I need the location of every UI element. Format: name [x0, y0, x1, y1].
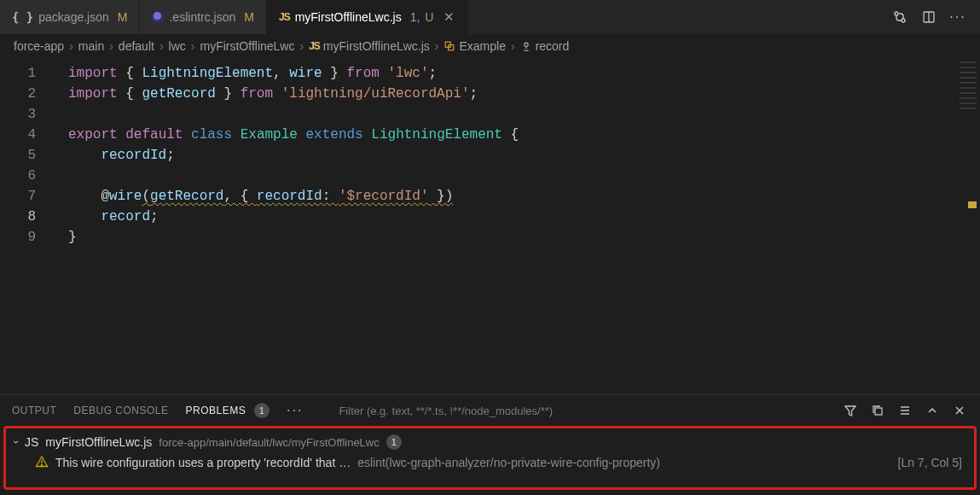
- svg-point-14: [41, 464, 42, 465]
- tab-label: package.json: [38, 10, 109, 24]
- close-icon[interactable]: ✕: [444, 9, 455, 25]
- problem-location: [Ln 7, Col 5]: [898, 456, 966, 469]
- class-icon: [444, 40, 455, 52]
- tab-status: M: [244, 10, 254, 24]
- js-icon: JS: [279, 11, 290, 23]
- problems-count-badge: 1: [254, 403, 270, 418]
- code-line[interactable]: recordId;: [68, 145, 980, 166]
- panel-actions: [842, 402, 968, 419]
- line-number: 7: [0, 186, 36, 207]
- chevron-down-icon[interactable]: ›: [10, 440, 22, 444]
- line-number-gutter: 123456789: [0, 58, 51, 394]
- code-line[interactable]: [68, 166, 980, 186]
- eslint-icon: [152, 11, 164, 23]
- svg-point-1: [902, 19, 905, 22]
- breadcrumb-symbol-field[interactable]: record: [520, 39, 570, 53]
- js-icon: JS: [309, 40, 320, 52]
- breadcrumb-segment[interactable]: myFirstOfflineLwc: [200, 39, 294, 53]
- code-line[interactable]: record;: [68, 207, 980, 227]
- line-number: 8: [0, 207, 36, 227]
- code-line[interactable]: @wire(getRecord, { recordId: '$recordId'…: [68, 186, 980, 207]
- problems-file-path: force-app/main/default/lwc/myFirstOfflin…: [159, 436, 379, 449]
- problems-body: › JS myFirstOfflineLwc.js force-app/main…: [3, 426, 977, 490]
- problem-source: eslint(lwc-graph-analyzer/no-private-wir…: [357, 456, 660, 469]
- breadcrumb-segment[interactable]: lwc: [169, 39, 186, 53]
- panel-more-views-icon[interactable]: ···: [287, 403, 303, 418]
- more-actions-icon[interactable]: ···: [949, 9, 966, 26]
- code-content[interactable]: import { LightningElement, wire } from '…: [51, 58, 980, 394]
- panel-tab-output[interactable]: OUTPUT: [12, 405, 56, 416]
- code-line[interactable]: }: [68, 227, 980, 248]
- field-icon: [520, 40, 532, 52]
- filter-icon[interactable]: [842, 402, 859, 419]
- line-number: 2: [0, 84, 36, 104]
- line-number: 6: [0, 166, 36, 186]
- line-number: 9: [0, 227, 36, 248]
- breadcrumb-symbol-class[interactable]: Example: [444, 39, 505, 53]
- code-line[interactable]: import { getRecord } from 'lightning/uiR…: [68, 84, 980, 104]
- line-number: 1: [0, 63, 36, 84]
- tab-git-status: U: [425, 10, 433, 24]
- view-as-list-icon[interactable]: [896, 402, 913, 419]
- problem-item[interactable]: This wire configuration uses a property …: [11, 452, 969, 473]
- compare-changes-icon[interactable]: [891, 9, 908, 26]
- tab-label: myFirstOfflineLwc.js: [295, 10, 402, 24]
- tab-label: .eslintrc.json: [169, 10, 235, 24]
- problems-filter-input[interactable]: [333, 400, 709, 421]
- problems-file-row[interactable]: › JS myFirstOfflineLwc.js force-app/main…: [11, 432, 969, 452]
- tab-status: 1,: [410, 10, 420, 24]
- problems-file-count: 1: [386, 434, 402, 450]
- code-line[interactable]: import { LightningElement, wire } from '…: [68, 63, 980, 84]
- split-editor-icon[interactable]: [920, 9, 937, 26]
- tabbar-actions: ···: [891, 9, 975, 26]
- problems-file-name: myFirstOfflineLwc.js: [45, 435, 152, 449]
- line-number: 3: [0, 104, 36, 125]
- svg-point-6: [524, 43, 527, 46]
- close-panel-icon[interactable]: [951, 402, 968, 419]
- problem-message: This wire configuration uses a property …: [55, 456, 351, 469]
- panel-tab-debug-console[interactable]: DEBUG CONSOLE: [73, 405, 168, 416]
- copy-icon[interactable]: [869, 402, 886, 419]
- breadcrumb-segment[interactable]: default: [119, 39, 154, 53]
- panel-tabbar: OUTPUT DEBUG CONSOLE PROBLEMS 1 ···: [0, 395, 980, 426]
- braces-icon: { }: [12, 10, 33, 24]
- tab-eslintrc-json[interactable]: .eslintrc.json M: [140, 0, 266, 34]
- line-number: 4: [0, 125, 36, 145]
- code-line[interactable]: [68, 104, 980, 125]
- breadcrumb-segment[interactable]: main: [78, 39, 104, 53]
- editor-tabbar: { } package.json M .eslintrc.json M JS m…: [0, 0, 980, 34]
- tab-status: M: [118, 10, 128, 24]
- tab-package-json[interactable]: { } package.json M: [0, 0, 140, 34]
- svg-rect-7: [875, 408, 882, 415]
- breadcrumb[interactable]: force-app› main› default› lwc› myFirstOf…: [0, 34, 980, 58]
- line-number: 5: [0, 145, 36, 166]
- js-icon: JS: [25, 435, 38, 449]
- panel-tab-problems[interactable]: PROBLEMS 1: [186, 403, 270, 418]
- breadcrumb-file[interactable]: JS myFirstOfflineLwc.js: [309, 39, 430, 53]
- collapse-panel-icon[interactable]: [924, 402, 941, 419]
- warning-icon: [35, 455, 49, 471]
- code-editor[interactable]: 123456789 import { LightningElement, wir…: [0, 58, 980, 394]
- problems-filter: [333, 400, 825, 421]
- tab-myfirstofflinelwc-js[interactable]: JS myFirstOfflineLwc.js 1, U ✕: [267, 0, 467, 34]
- code-line[interactable]: export default class Example extends Lig…: [68, 125, 980, 145]
- bottom-panel: OUTPUT DEBUG CONSOLE PROBLEMS 1 ···: [0, 394, 980, 495]
- svg-point-0: [895, 12, 898, 15]
- breadcrumb-segment[interactable]: force-app: [14, 39, 64, 53]
